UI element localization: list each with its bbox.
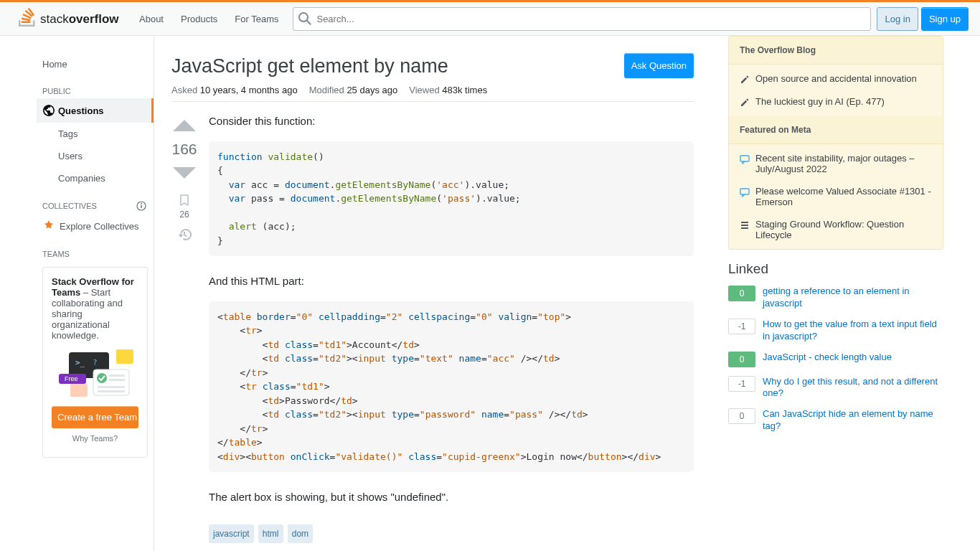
- nav-questions[interactable]: Questions: [37, 98, 154, 123]
- right-sidebar: The Overflow Blog Open source and accide…: [728, 36, 943, 551]
- svg-rect-2: [141, 205, 142, 208]
- nav-companies[interactable]: Companies: [37, 167, 154, 189]
- linked-item[interactable]: 0getting a reference to an element in ja…: [728, 286, 943, 310]
- tag-dom[interactable]: dom: [288, 524, 313, 543]
- nav-users[interactable]: Users: [37, 145, 154, 167]
- svg-rect-15: [98, 390, 125, 392]
- star-burst-icon: [42, 220, 55, 232]
- svg-rect-17: [740, 156, 749, 161]
- svg-rect-18: [740, 189, 749, 194]
- history-button[interactable]: [178, 228, 192, 241]
- nav-about[interactable]: About: [131, 9, 172, 29]
- search-icon: [298, 12, 311, 25]
- svg-text:>_: >_: [75, 358, 85, 367]
- create-team-button[interactable]: Create a free Team: [52, 406, 138, 428]
- question-meta: Asked 10 years, 4 months ago Modified 25…: [171, 85, 694, 102]
- main-content: JavaScript get element by name Ask Quest…: [154, 36, 711, 551]
- meta-item[interactable]: Staging Ground Workflow: Question Lifecy…: [729, 213, 943, 246]
- nav-tags[interactable]: Tags: [37, 123, 154, 145]
- logo[interactable]: stackoverflow: [11, 2, 131, 36]
- bookmark-count: 26: [179, 209, 189, 220]
- speech-icon: [740, 154, 750, 164]
- nav-public-header: PUBLIC: [37, 75, 154, 98]
- post-body: Consider this function: function validat…: [209, 113, 694, 551]
- svg-point-11: [97, 373, 107, 383]
- svg-point-3: [141, 203, 142, 204]
- linked-item[interactable]: -1How to get the value from a text input…: [728, 319, 943, 343]
- vote-count: 166: [171, 141, 197, 158]
- nav-products[interactable]: Products: [172, 9, 226, 29]
- signup-button[interactable]: Sign up: [921, 7, 969, 31]
- overflow-blog-header: The Overflow Blog: [729, 37, 943, 65]
- tag-list: javascript html dom: [209, 523, 694, 545]
- login-button[interactable]: Log in: [877, 7, 918, 31]
- blog-item[interactable]: Open source and accidental innovation: [729, 67, 943, 90]
- meta-item[interactable]: Please welcome Valued Associate #1301 - …: [729, 180, 943, 213]
- svg-rect-7: [116, 349, 133, 364]
- linked-item[interactable]: -1Why do I get this result, and not a di…: [728, 376, 943, 400]
- search-input[interactable]: [293, 7, 871, 31]
- stack-icon: [740, 220, 750, 230]
- question-title: JavaScript get element by name: [171, 53, 457, 79]
- linked-score-badge: 0: [728, 286, 755, 301]
- svg-rect-14: [98, 386, 125, 388]
- speech-icon: [740, 187, 750, 197]
- blog-item[interactable]: The luckiest guy in AI (Ep. 477): [729, 90, 943, 113]
- nav-teams-header: TEAMS: [37, 238, 154, 261]
- svg-rect-12: [109, 375, 125, 377]
- linked-link[interactable]: JavaScript - check length value: [763, 352, 892, 367]
- svg-rect-13: [109, 379, 125, 381]
- upvote-button[interactable]: [171, 113, 197, 139]
- why-teams-link[interactable]: Why Teams?: [52, 428, 138, 448]
- teams-illustration: >_ ? Free: [52, 349, 145, 397]
- featured-meta-header: Featured on Meta: [729, 116, 943, 144]
- linked-link[interactable]: How to get the value from a text input f…: [763, 319, 943, 343]
- nav-explore-collectives[interactable]: Explore Collectives: [37, 214, 154, 238]
- nav-home[interactable]: Home: [37, 53, 154, 75]
- globe-icon: [42, 104, 55, 117]
- linked-header: Linked: [728, 261, 943, 277]
- svg-rect-21: [741, 227, 748, 229]
- meta-item[interactable]: Recent site instability, major outages –…: [729, 147, 943, 180]
- bookmark-button[interactable]: [178, 194, 191, 207]
- tag-html[interactable]: html: [258, 524, 283, 543]
- linked-score-badge: -1: [728, 319, 755, 334]
- tag-javascript[interactable]: javascript: [209, 524, 254, 543]
- linked-score-badge: -1: [728, 376, 755, 392]
- svg-rect-20: [741, 225, 748, 226]
- linked-score-badge: 0: [728, 408, 755, 424]
- svg-text:?: ?: [93, 358, 98, 367]
- downvote-button[interactable]: [171, 159, 197, 185]
- pencil-icon: [740, 98, 750, 108]
- linked-item[interactable]: 0JavaScript - check length value: [728, 352, 943, 367]
- linked-score-badge: 0: [728, 352, 755, 367]
- nav-collectives-header: COLLECTIVES: [42, 202, 97, 210]
- code-block-js: function validate() { var acc = document…: [209, 141, 694, 257]
- svg-text:stackoverflow: stackoverflow: [40, 12, 119, 26]
- nav-for-teams[interactable]: For Teams: [226, 9, 287, 29]
- svg-text:Free: Free: [65, 375, 78, 382]
- pencil-icon: [740, 75, 750, 85]
- teams-promo-card: Stack Overflow for Teams – Start collabo…: [42, 267, 148, 458]
- linked-item[interactable]: 0Can JavaScript hide an element by name …: [728, 408, 943, 433]
- svg-rect-19: [741, 222, 748, 223]
- linked-link[interactable]: getting a reference to an element in jav…: [763, 286, 943, 310]
- info-icon[interactable]: [136, 201, 146, 211]
- top-header: stackoverflow About Products For Teams L…: [0, 2, 980, 36]
- ask-question-button[interactable]: Ask Question: [624, 53, 694, 78]
- vote-column: 166 26: [171, 113, 209, 551]
- linked-link[interactable]: Can JavaScript hide an element by name t…: [763, 408, 943, 433]
- linked-link[interactable]: Why do I get this result, and not a diff…: [763, 376, 943, 400]
- left-sidebar: Home PUBLIC Questions Tags Users Compani…: [37, 36, 154, 551]
- code-block-html: <table border="0" cellpadding="2" cellsp…: [209, 301, 694, 473]
- svg-rect-16: [70, 384, 88, 397]
